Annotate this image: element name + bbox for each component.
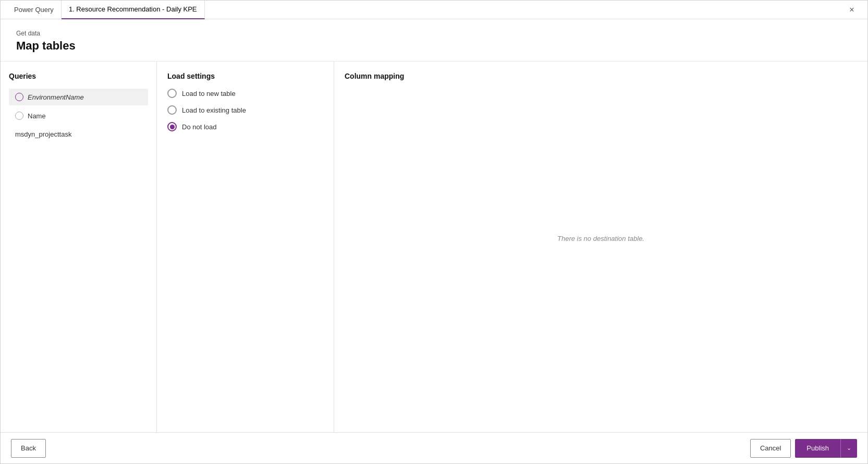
publish-group: Publish ⌄ — [795, 439, 857, 458]
cancel-button[interactable]: Cancel — [750, 439, 791, 458]
footer-right: Cancel Publish ⌄ — [750, 439, 857, 458]
chevron-down-icon: ⌄ — [847, 445, 851, 451]
radio-load-new-table[interactable] — [167, 89, 177, 98]
option-load-existing-table[interactable]: Load to existing table — [167, 105, 323, 115]
column-mapping-title: Column mapping — [345, 72, 857, 80]
query-item-name[interactable]: Name — [9, 107, 148, 124]
radio-do-not-load[interactable] — [167, 122, 177, 131]
back-button[interactable]: Back — [11, 439, 46, 458]
query-radio-environment-name — [15, 93, 23, 101]
option-load-new-table[interactable]: Load to new table — [167, 89, 323, 98]
no-destination-message: There is no destination table. — [557, 235, 644, 242]
column-mapping-panel: Column mapping There is no destination t… — [334, 62, 867, 432]
queries-panel: Queries EnvironmentName Name msdyn_proje… — [1, 62, 157, 432]
queries-panel-title: Queries — [9, 72, 148, 80]
tab-power-query[interactable]: Power Query — [7, 1, 62, 19]
breadcrumb: Get data — [16, 30, 852, 37]
load-settings-panel: Load settings Load to new table Load to … — [157, 62, 334, 432]
label-load-existing-table: Load to existing table — [182, 106, 246, 114]
query-label-environment-name: EnvironmentName — [28, 93, 84, 101]
load-settings-options: Load to new table Load to existing table… — [167, 89, 323, 131]
content-area: Get data Map tables Queries EnvironmentN… — [1, 19, 867, 432]
tab-resource-recommendation[interactable]: 1. Resource Recommendation - Daily KPE — [62, 1, 205, 19]
radio-load-existing-table[interactable] — [167, 105, 177, 115]
option-do-not-load[interactable]: Do not load — [167, 122, 323, 131]
load-settings-title: Load settings — [167, 72, 323, 80]
query-item-msdyn-projecttask[interactable]: msdyn_projecttask — [9, 126, 148, 142]
query-radio-name — [15, 112, 23, 120]
label-do-not-load: Do not load — [182, 123, 217, 131]
publish-dropdown-button[interactable]: ⌄ — [840, 439, 857, 458]
query-label-msdyn-projecttask: msdyn_projecttask — [15, 130, 71, 138]
label-load-new-table: Load to new table — [182, 90, 236, 97]
query-item-environment-name[interactable]: EnvironmentName — [9, 89, 148, 105]
main-body: Queries EnvironmentName Name msdyn_proje… — [1, 61, 867, 432]
footer: Back Cancel Publish ⌄ — [1, 432, 867, 463]
page-header: Get data Map tables — [1, 19, 867, 61]
tabs-container: Power Query 1. Resource Recommendation -… — [7, 1, 842, 19]
page-title: Map tables — [16, 39, 852, 53]
app-window: Power Query 1. Resource Recommendation -… — [0, 0, 868, 464]
query-label-name: Name — [28, 112, 46, 120]
close-button[interactable]: × — [842, 1, 861, 19]
title-bar: Power Query 1. Resource Recommendation -… — [1, 1, 867, 19]
publish-button[interactable]: Publish — [795, 439, 840, 458]
